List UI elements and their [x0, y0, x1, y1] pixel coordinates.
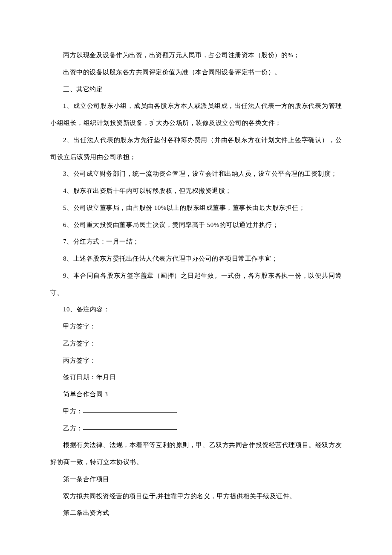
- paragraph: 3、公司成立财务部门，统一流动资金管理，设立会计和出纳人员，设立公平合理的工资制…: [50, 166, 342, 183]
- paragraph: 三、其它约定: [50, 81, 342, 98]
- blank-underline: [83, 429, 177, 430]
- paragraph: 2、出任法人代表的股东方先行垫付各种筹办费用（并由各股东方在计划文件上签字确认）…: [50, 132, 342, 166]
- paragraph: 7、分红方式：一月一结；: [50, 233, 342, 250]
- paragraph: 9、本合同自各股东方签字盖章（画押）之日起生效。一式份，各方股东各执一份，以便共…: [50, 267, 342, 302]
- paragraph: 双方拟共同投资经营的项目位于,并挂靠甲方的名义，甲方提供相关手续及证件。: [50, 488, 342, 505]
- article-heading: 第二条出资方式: [50, 505, 342, 522]
- paragraph: 根据有关法律、法规，本着平等互利的原则，甲、乙双方共同合作投资经营代理项目。经双…: [50, 437, 342, 471]
- signature-party-c: 丙方签字：: [50, 352, 342, 369]
- paragraph: 4、股东在出资后十年内可以转移股权，但无权撤资退股；: [50, 183, 342, 200]
- party-b-label: 乙方：: [63, 425, 83, 432]
- article-heading: 第一条合作项目: [50, 471, 342, 488]
- paragraph: 5、公司设立董事局，由占股份 10%以上的股东组成董事，董事长由最大股东担任；: [50, 200, 342, 217]
- blank-underline: [83, 412, 177, 413]
- paragraph: 6、公司重大投资由董事局民主决议，赞同率高于 50%的可以通过并执行；: [50, 217, 342, 234]
- signing-date: 签订日期：年月日: [50, 369, 342, 386]
- party-a-label: 甲方：: [63, 408, 83, 415]
- signature-party-a: 甲方签字：: [50, 318, 342, 335]
- document-content: 丙方以现金及设备作为出资，出资额万元人民币，占公司注册资本（股份）的%； 出资中…: [50, 47, 342, 522]
- paragraph: 8、上述各股东方委托出任法人代表方代理申办公司的各项日常工作事宜；: [50, 250, 342, 267]
- paragraph: 丙方以现金及设备作为出资，出资额万元人民币，占公司注册资本（股份）的%；: [50, 47, 342, 64]
- party-a-field: 甲方：: [50, 403, 342, 420]
- paragraph: 10、备注内容：: [50, 301, 342, 318]
- paragraph: 出资中的设备以股东各方共同评定价值为准（本合同附设备评定书一份）。: [50, 64, 342, 81]
- party-b-field: 乙方：: [50, 420, 342, 437]
- signature-party-b: 乙方签字：: [50, 335, 342, 352]
- paragraph: 1、成立公司股东小组，成员由各股东方本人或派员组成，出任法人代表一方的股东代表为…: [50, 98, 342, 132]
- contract-title: 简单合作合同 3: [50, 386, 342, 403]
